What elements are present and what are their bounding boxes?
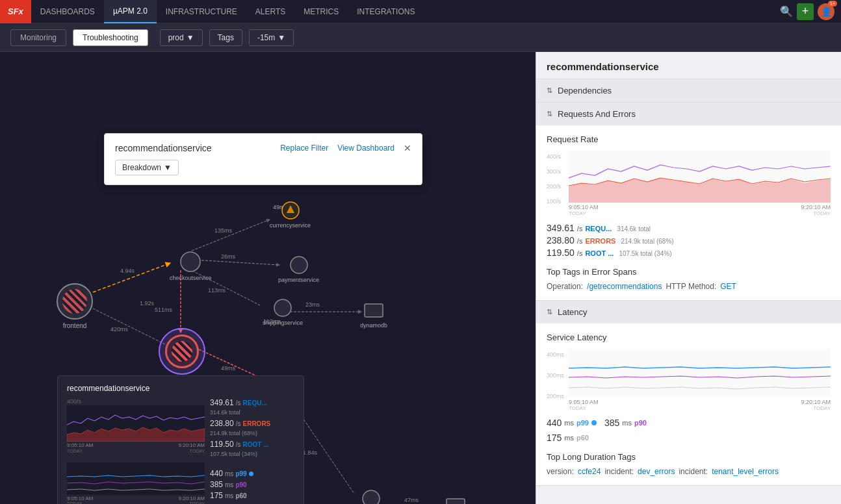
http-method-link[interactable]: GET <box>720 282 736 291</box>
request-rate-chart: 400/s 300/s 200/s 100/s <box>547 151 831 218</box>
svg-rect-28 <box>365 304 383 317</box>
svg-line-0 <box>93 263 170 292</box>
svg-text:420ms: 420ms <box>110 326 129 333</box>
section-requests-header[interactable]: ⇅ Requests And Errors <box>536 103 841 125</box>
svg-text:1.92s: 1.92s <box>140 300 155 307</box>
view-dashboard-link[interactable]: View Dashboard <box>337 144 395 153</box>
search-icon[interactable]: 🔍 <box>780 5 793 18</box>
replace-filter-link[interactable]: Replace Filter <box>280 144 328 153</box>
user-avatar[interactable]: 👤 1+ <box>818 3 835 20</box>
mini-card-title: recommendationservice <box>67 384 294 393</box>
node-emailservice[interactable]: emailservice 962ms <box>355 488 387 504</box>
section-latency-body: Service Latency 400ms 300ms 200ms <box>536 323 841 485</box>
env-dropdown[interactable]: prod ▼ <box>160 29 203 46</box>
tenant-errors-link[interactable]: tenant_level_errors <box>712 467 779 476</box>
nav-dashboards[interactable]: DASHBOARDS <box>31 0 104 23</box>
svg-text:113ms: 113ms <box>208 287 226 294</box>
node-dynamodb[interactable]: dynamodb <box>360 300 387 329</box>
svg-text:26ms: 26ms <box>221 253 236 260</box>
svg-line-2 <box>93 309 165 344</box>
svg-point-26 <box>291 257 307 273</box>
right-panel: recommendationservice ⇅ Dependencies ⇅ R… <box>536 52 841 504</box>
notification-badge: 1+ <box>828 1 837 6</box>
node-shippingservice[interactable]: shippingservice <box>263 297 303 326</box>
svg-text:4.94s: 4.94s <box>120 268 135 274</box>
node-frontend[interactable]: frontend <box>57 283 93 329</box>
section-dependencies: ⇅ Dependencies <box>536 79 841 103</box>
troubleshooting-tab[interactable]: Troubleshooting <box>73 29 148 46</box>
time-dropdown[interactable]: -15m ▼ <box>249 29 294 46</box>
svg-line-4 <box>192 220 270 251</box>
svg-point-23 <box>181 252 200 271</box>
section-latency-header[interactable]: ⇅ Latency <box>536 301 841 323</box>
svg-rect-31 <box>446 499 465 504</box>
svg-text:511ms: 511ms <box>155 307 173 313</box>
error-tags: Operation: /getrecommendations HTTP Meth… <box>547 282 831 291</box>
svg-text:1.84s: 1.84s <box>303 449 318 456</box>
node-paymentservice[interactable]: paymentservice <box>278 255 319 283</box>
error-tags-title: Top Tags in Error Spans <box>547 267 831 277</box>
service-popup: recommendationservice Replace Filter Vie… <box>104 133 422 185</box>
svg-point-30 <box>363 490 380 504</box>
section-dependencies-header[interactable]: ⇅ Dependencies <box>536 79 841 102</box>
svg-text:23ms: 23ms <box>305 301 320 308</box>
nav-infrastructure[interactable]: INFRASTRUCTURE <box>157 0 246 23</box>
popup-title: recommendationservice <box>115 143 212 153</box>
svg-text:47ms: 47ms <box>404 497 419 503</box>
tags-dropdown[interactable]: Tags <box>209 29 242 46</box>
svg-marker-32 <box>67 427 205 442</box>
right-panel-title: recommendationservice <box>536 52 841 79</box>
top-nav: SFx DASHBOARDS µAPM 2.0 INFRASTRUCTURE A… <box>0 0 841 23</box>
node-cassandra[interactable]: cassandra <box>442 495 469 504</box>
section-requests-errors: ⇅ Requests And Errors Request Rate 400/s… <box>536 103 841 301</box>
section-requests-body: Request Rate 400/s 300/s 200/s 100/s <box>536 125 841 300</box>
popup-close-button[interactable]: ✕ <box>404 143 411 153</box>
svg-text:135ms: 135ms <box>214 227 233 234</box>
section-latency: ⇅ Latency Service Latency 400ms 300ms 20… <box>536 301 841 486</box>
add-button[interactable]: + <box>797 3 814 20</box>
service-latency-title: Service Latency <box>547 333 831 342</box>
long-duration-tags: version: ccfe24 incident: dev_errors inc… <box>547 467 831 476</box>
request-metrics: 349.61 /s REQU... 314.6k total 238.80 /s… <box>547 223 831 258</box>
map-panel: 4.94s 420ms 135ms 26ms 113ms 1.92s 511ms… <box>0 52 536 504</box>
nav-uapm[interactable]: µAPM 2.0 <box>104 0 157 23</box>
operation-link[interactable]: /getrecommendations <box>587 282 662 291</box>
nav-alerts[interactable]: ALERTS <box>246 0 294 23</box>
svg-point-27 <box>274 299 291 316</box>
toolbar: Monitoring Troubleshooting prod ▼ Tags -… <box>0 23 841 52</box>
node-checkoutservice[interactable]: checkoutservice <box>170 250 212 281</box>
monitoring-tab[interactable]: Monitoring <box>10 29 66 46</box>
dev-errors-link[interactable]: dev_errors <box>638 467 675 476</box>
svg-text:49ms: 49ms <box>221 365 236 372</box>
main-layout: 4.94s 420ms 135ms 26ms 113ms 1.92s 511ms… <box>0 52 841 504</box>
mini-hover-card: recommendationservice 400/s <box>57 375 304 504</box>
sfx-logo[interactable]: SFx <box>0 0 31 23</box>
svg-rect-35 <box>569 349 831 397</box>
latency-chart: 400ms 300ms 200ms <box>547 349 831 412</box>
version-link[interactable]: ccfe24 <box>578 467 601 476</box>
node-recommendationservice[interactable] <box>159 328 205 376</box>
breakdown-dropdown[interactable]: Breakdown ▼ <box>115 160 179 175</box>
long-duration-tags-title: Top Long Duration Tags <box>547 452 831 462</box>
node-currencyservice[interactable]: currencyservice <box>270 200 311 229</box>
request-rate-title: Request Rate <box>547 134 831 144</box>
nav-metrics[interactable]: METRICS <box>294 0 348 23</box>
nav-integrations[interactable]: INTEGRATIONS <box>348 0 424 23</box>
latency-metrics: 440 ms p99 385 ms p90 175 ms p60 <box>547 418 831 443</box>
